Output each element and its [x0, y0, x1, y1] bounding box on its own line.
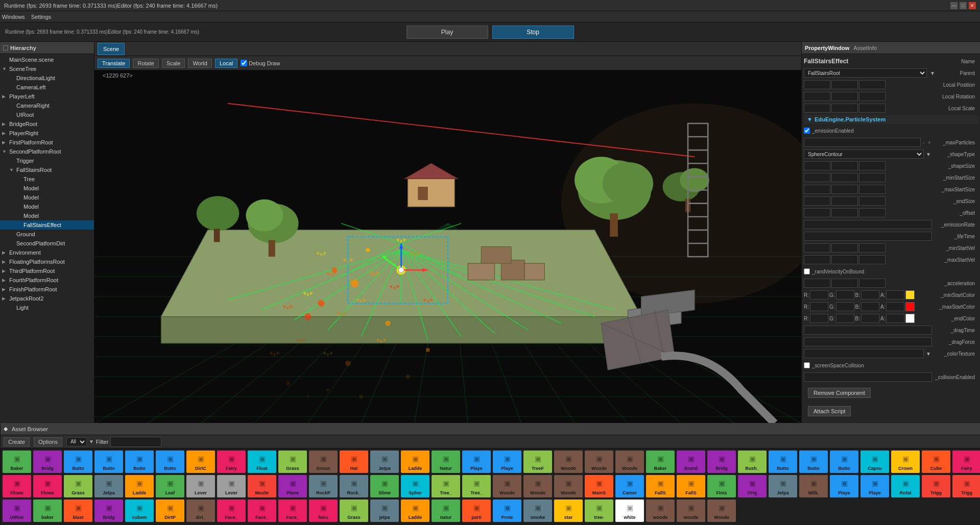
play-button[interactable]: Play	[407, 26, 488, 39]
hierarchy-item-16[interactable]: Model	[0, 202, 94, 211]
rand-vel-checkbox[interactable]	[804, 268, 810, 274]
pos-z[interactable]: -3.170	[859, 80, 886, 89]
endsz-y[interactable]: 0.200	[831, 196, 858, 206]
asset-item-row1-16[interactable]: ▣Playe	[493, 451, 521, 473]
rot-z[interactable]: -90.000	[859, 92, 886, 101]
endsz-z[interactable]: 0.200	[859, 196, 886, 206]
mincol-b[interactable]: 33	[861, 290, 879, 299]
translate-button[interactable]: Translate	[98, 59, 130, 68]
drag-time-input[interactable]: 0.000	[804, 326, 932, 335]
asset-item-row1-5[interactable]: ▣Butto	[156, 451, 184, 473]
asset-item-row3-11[interactable]: ▣Grass	[340, 499, 368, 522]
asset-item-row2-21[interactable]: ▣FallS	[646, 475, 675, 497]
emission-enabled-checkbox[interactable]	[804, 128, 810, 134]
asset-item-row2-6[interactable]: ▣Lever	[186, 475, 215, 497]
asset-item-row1-3[interactable]: ▣Butto	[94, 451, 123, 473]
hierarchy-item-8[interactable]: ▶PlayerRight	[0, 129, 94, 138]
menu-settings[interactable]: Settings	[31, 14, 52, 20]
menu-windows[interactable]: Windows	[2, 14, 25, 20]
hierarchy-item-9[interactable]: ▶FirstPlatformRoot	[0, 138, 94, 147]
hierarchy-item-14[interactable]: Model	[0, 184, 94, 193]
shape-y[interactable]: 0.500	[831, 161, 858, 170]
asset-item-row1-28[interactable]: ▣Capsu	[861, 451, 889, 473]
asset-item-row1-11[interactable]: ▣Hat	[340, 451, 368, 473]
asset-item-row2-27[interactable]: ▣Playe	[830, 475, 858, 497]
asset-item-row2-3[interactable]: ▣Jetpa	[94, 475, 123, 497]
pos-y[interactable]: 3.944	[831, 80, 858, 89]
shape-x[interactable]: 2.000	[804, 161, 830, 170]
tab-property-window[interactable]: PropertyWindow	[805, 45, 849, 51]
minsz-y[interactable]: 0.200	[831, 173, 858, 182]
asset-item-row1-23[interactable]: ▣Bridg	[707, 451, 736, 473]
remove-component-button[interactable]: Remove Component	[808, 388, 871, 398]
asset-item-row1-29[interactable]: ▣Crown	[891, 451, 920, 473]
endcol-r[interactable]: 255	[810, 314, 828, 323]
asset-item-row3-15[interactable]: ▣parti	[462, 499, 491, 522]
asset-item-row2-31[interactable]: ▣Trigg	[952, 475, 980, 497]
max-color-swatch[interactable]	[905, 302, 915, 311]
asset-options-button[interactable]: Options	[34, 437, 62, 446]
hierarchy-item-1[interactable]: ▼SceneTree	[0, 64, 94, 73]
hierarchy-item-7[interactable]: ▶BridgeRoot	[0, 119, 94, 129]
stop-button[interactable]: Stop	[492, 26, 574, 39]
asset-item-row2-17[interactable]: ▣Woode	[523, 475, 552, 497]
asset-item-row2-25[interactable]: ▣Jetpa	[769, 475, 797, 497]
hierarchy-item-26[interactable]: ▶JetpackRoot2	[0, 294, 94, 303]
scene-view[interactable]: <1220 627>	[94, 70, 801, 423]
hierarchy-item-4[interactable]: ▶PlayerLeft	[0, 92, 94, 101]
pos-x[interactable]: -14.911	[804, 80, 830, 89]
asset-item-row2-9[interactable]: ▣Plane	[278, 475, 307, 497]
asset-item-row3-19[interactable]: ▣tree-	[585, 499, 613, 522]
hierarchy-item-24[interactable]: ▶FourthPlatformRoot	[0, 276, 94, 285]
hierarchy-item-3[interactable]: CameraLeft	[0, 83, 94, 92]
debug-draw-checkbox[interactable]	[241, 60, 247, 66]
asset-item-row2-13[interactable]: ▣Spher	[401, 475, 429, 497]
minimize-button[interactable]: —	[950, 2, 958, 9]
asset-item-row2-18[interactable]: ▣Woode	[554, 475, 583, 497]
asset-item-row1-4[interactable]: ▣Butto	[125, 451, 154, 473]
maxvel-x[interactable]: 1.000	[804, 255, 830, 264]
off-y[interactable]: 0.000	[831, 208, 858, 217]
asset-item-row3-6[interactable]: ▣dirt_	[186, 499, 215, 522]
asset-item-row3-3[interactable]: ▣Bridg	[94, 499, 123, 522]
scale-x[interactable]: 1.000	[804, 104, 830, 113]
asset-item-row1-22[interactable]: ▣Brand	[677, 451, 705, 473]
asset-item-row2-14[interactable]: ▣Tree_	[432, 475, 460, 497]
hierarchy-item-5[interactable]: CameraRight	[0, 101, 94, 110]
emission-rate-input[interactable]: 100.000	[804, 220, 932, 229]
debug-draw-toggle[interactable]: Debug Draw	[241, 60, 280, 66]
rot-x[interactable]: 0.000	[804, 92, 830, 101]
asset-item-row2-26[interactable]: ▣MillL	[799, 475, 828, 497]
asset-item-row2-12[interactable]: ▣Slime	[370, 475, 399, 497]
asset-item-row2-10[interactable]: ▣RockP	[309, 475, 338, 497]
acc-x[interactable]: 0.000	[804, 279, 830, 288]
maxvel-y[interactable]: 1.500	[831, 255, 858, 264]
minvel-x[interactable]: -1.000	[804, 243, 830, 253]
attach-script-button[interactable]: Attach Script	[808, 406, 851, 416]
asset-item-row3-4[interactable]: ▣cubem	[125, 499, 154, 522]
asset-item-row1-25[interactable]: ▣Butto	[769, 451, 797, 473]
asset-item-row2-8[interactable]: ▣Mushr	[248, 475, 276, 497]
asset-item-row1-24[interactable]: ▣Bush_	[738, 451, 767, 473]
asset-item-row2-24[interactable]: ▣ITrig	[738, 475, 767, 497]
hierarchy-checkbox[interactable]	[3, 45, 8, 51]
asset-item-row3-1[interactable]: ▣baker	[33, 499, 62, 522]
scale-button[interactable]: Scale	[162, 59, 185, 68]
collision-en-input[interactable]: 0.000	[804, 372, 932, 382]
asset-item-row3-2[interactable]: ▣blast	[64, 499, 92, 522]
hierarchy-item-20[interactable]: SecondPlatformDirt	[0, 239, 94, 248]
asset-item-row2-2[interactable]: ▣Grass	[64, 475, 92, 497]
minsz-x[interactable]: 0.200	[804, 173, 830, 182]
max-particles-input[interactable]: 10000	[804, 138, 921, 147]
asset-item-row1-10[interactable]: ▣Groun	[309, 451, 338, 473]
hierarchy-item-27[interactable]: Light	[0, 303, 94, 312]
asset-item-row2-30[interactable]: ▣Trigg	[922, 475, 950, 497]
asset-item-row3-5[interactable]: ▣DirtP	[156, 499, 184, 522]
component-collapse-icon[interactable]: ▼	[807, 116, 812, 122]
asset-item-row2-23[interactable]: ▣Finis	[707, 475, 736, 497]
asset-item-row1-30[interactable]: ▣Cube	[922, 451, 950, 473]
minsz-z[interactable]: 0.200	[859, 173, 886, 182]
asset-item-row2-29[interactable]: ▣Rotat	[891, 475, 920, 497]
minvel-y[interactable]: 0.500	[831, 243, 858, 253]
asset-item-row1-31[interactable]: ▣Fairy	[952, 451, 980, 473]
